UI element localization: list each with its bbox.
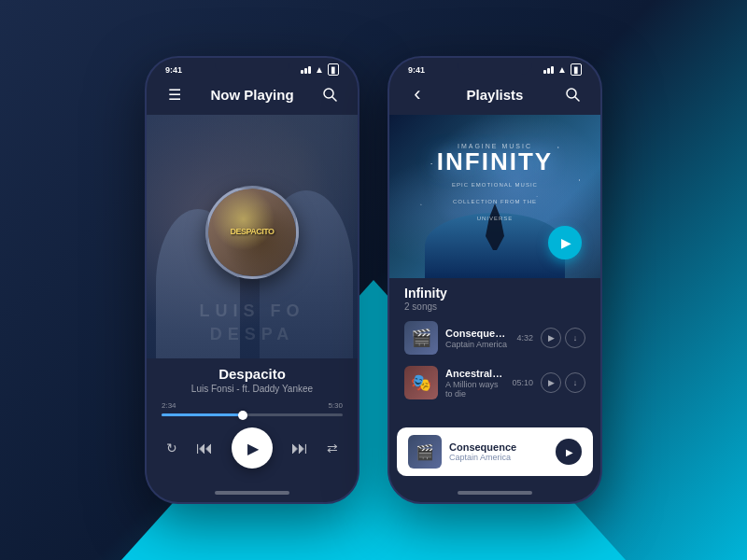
song-info: Despacito Luis Fonsi - ft. Daddy Yankee bbox=[147, 358, 358, 398]
song-thumb-1: 🎬 bbox=[404, 321, 438, 355]
play-action-1[interactable]: ▶ bbox=[541, 328, 561, 348]
home-indicator-right bbox=[458, 491, 532, 495]
prev-button[interactable]: ⏮ bbox=[196, 439, 213, 458]
phones-container: 9:41 ▲ ▮ ☰ Now Playing bbox=[145, 56, 602, 504]
status-icons-left: ▲ ▮ bbox=[301, 63, 339, 76]
now-bar-play-button[interactable]: ▶ bbox=[556, 439, 582, 465]
next-button[interactable]: ⏭ bbox=[291, 439, 308, 458]
now-bar-play-icon: ▶ bbox=[566, 447, 573, 457]
svg-line-3 bbox=[575, 97, 579, 101]
phone-notch-right bbox=[458, 58, 532, 75]
now-bar-artist: Captain America bbox=[449, 453, 548, 462]
song-actions-2: ▶ ↓ bbox=[541, 372, 585, 393]
time-total: 5:30 bbox=[328, 401, 343, 410]
back-icon[interactable]: ‹ bbox=[404, 81, 430, 107]
album-art-container: LUIS FO DESPA DESPACITO bbox=[147, 115, 358, 358]
time-labels: 2:34 5:30 bbox=[162, 401, 343, 410]
home-indicator-left bbox=[215, 491, 289, 495]
infinity-title: INFINITY bbox=[437, 147, 553, 175]
song-duration-2: 05:10 bbox=[512, 378, 533, 387]
status-time-right: 9:41 bbox=[408, 65, 425, 75]
playlist-content: IMAGINE MUSIC INFINITY EPIC EMOTIONAL MU… bbox=[389, 115, 600, 483]
list-item: 🎬 Consequence Captain America 4:32 ▶ ↓ bbox=[397, 315, 593, 360]
now-bar-title: Consequence bbox=[449, 441, 548, 453]
song-list: 🎬 Consequence Captain America 4:32 ▶ ↓ bbox=[389, 315, 600, 424]
download-action-2[interactable]: ↓ bbox=[565, 372, 585, 393]
phone-playlists: 9:41 ▲ ▮ ‹ Playlists bbox=[388, 56, 602, 504]
bg-text-luis: LUIS FO bbox=[147, 301, 358, 321]
play-pause-button[interactable]: ▶ bbox=[232, 427, 273, 469]
signal-icon-right bbox=[543, 66, 554, 74]
progress-thumb[interactable] bbox=[238, 411, 247, 420]
now-bar-meta: Consequence Captain America bbox=[449, 441, 548, 462]
playlist-count: 2 songs bbox=[404, 301, 585, 312]
imagine-text: IMAGINE MUSIC bbox=[437, 143, 553, 149]
time-current: 2:34 bbox=[162, 401, 176, 410]
progress-fill bbox=[162, 413, 243, 416]
phone-bottom-left bbox=[147, 483, 358, 502]
menu-icon[interactable]: ☰ bbox=[162, 81, 188, 107]
list-item: 🎭 Ancestral call A Million ways to die 0… bbox=[397, 360, 593, 405]
thumb-emoji-2: 🎭 bbox=[404, 366, 438, 399]
song-actions-1: ▶ ↓ bbox=[541, 328, 585, 348]
playback-controls: ↻ ⏮ ▶ ⏭ ⇄ bbox=[147, 420, 358, 483]
svg-line-1 bbox=[332, 97, 336, 101]
playlists-header: ‹ Playlists bbox=[389, 77, 600, 115]
shuffle-button[interactable]: ⇄ bbox=[327, 441, 338, 455]
status-time-left: 9:41 bbox=[165, 65, 182, 75]
battery-icon-right: ▮ bbox=[571, 63, 582, 76]
now-bar-thumb: 🎬 bbox=[408, 435, 442, 469]
song-meta-2: Ancestral call A Million ways to die bbox=[445, 368, 504, 399]
cover-play-button[interactable]: ▶ bbox=[548, 226, 582, 259]
infinity-label: IMAGINE MUSIC INFINITY EPIC EMOTIONAL MU… bbox=[437, 143, 553, 224]
song-name-1: Consequence bbox=[445, 328, 509, 339]
play-icon: ▶ bbox=[247, 440, 259, 457]
thumb-emoji-1: 🎬 bbox=[404, 321, 438, 355]
cover-play-icon: ▶ bbox=[561, 235, 571, 250]
song-artist-2: A Million ways to die bbox=[445, 380, 504, 399]
playlist-info: Infinity 2 songs bbox=[389, 278, 600, 315]
playlist-name: Infinity bbox=[404, 286, 585, 301]
now-playing-bar: 🎬 Consequence Captain America ▶ bbox=[397, 427, 593, 476]
song-name-2: Ancestral call bbox=[445, 368, 504, 379]
now-playing-content: LUIS FO DESPA DESPACITO Despacito Luis F… bbox=[147, 115, 358, 483]
phone-now-playing: 9:41 ▲ ▮ ☰ Now Playing bbox=[145, 56, 359, 504]
search-icon-right[interactable] bbox=[559, 81, 585, 107]
bg-text-des: DESPA bbox=[147, 325, 358, 344]
search-icon-left[interactable] bbox=[317, 81, 343, 107]
play-action-2[interactable]: ▶ bbox=[541, 372, 561, 393]
song-thumb-2: 🎭 bbox=[404, 366, 438, 399]
song-artist-1: Captain America bbox=[445, 340, 509, 349]
infinity-subtitle: EPIC EMOTIONAL MUSIC COLLECTION FROM THE… bbox=[452, 182, 538, 221]
song-meta-1: Consequence Captain America bbox=[445, 328, 509, 349]
playlist-cover: IMAGINE MUSIC INFINITY EPIC EMOTIONAL MU… bbox=[389, 115, 600, 278]
playlists-title: Playlists bbox=[430, 87, 559, 103]
album-circle-inner: DESPACITO bbox=[208, 189, 296, 276]
wifi-icon-right: ▲ bbox=[557, 64, 567, 75]
signal-icon-left bbox=[301, 66, 311, 74]
album-circle: DESPACITO bbox=[205, 186, 299, 279]
now-playing-header: ☰ Now Playing bbox=[147, 77, 358, 115]
battery-icon-left: ▮ bbox=[328, 63, 339, 76]
progress-section: 2:34 5:30 bbox=[147, 398, 358, 420]
despacito-circle-text: DESPACITO bbox=[230, 228, 274, 237]
phone-bottom-right bbox=[389, 483, 600, 502]
song-artist: Luis Fonsi - ft. Daddy Yankee bbox=[162, 384, 343, 394]
progress-bar[interactable] bbox=[162, 413, 343, 416]
song-title: Despacito bbox=[162, 366, 343, 382]
phone-notch-left bbox=[215, 58, 289, 75]
download-action-1[interactable]: ↓ bbox=[565, 328, 585, 348]
song-duration-1: 4:32 bbox=[516, 333, 533, 343]
now-playing-title: Now Playing bbox=[188, 87, 317, 103]
wifi-icon-left: ▲ bbox=[315, 64, 324, 75]
repeat-button[interactable]: ↻ bbox=[166, 441, 177, 455]
status-icons-right: ▲ ▮ bbox=[543, 63, 582, 76]
